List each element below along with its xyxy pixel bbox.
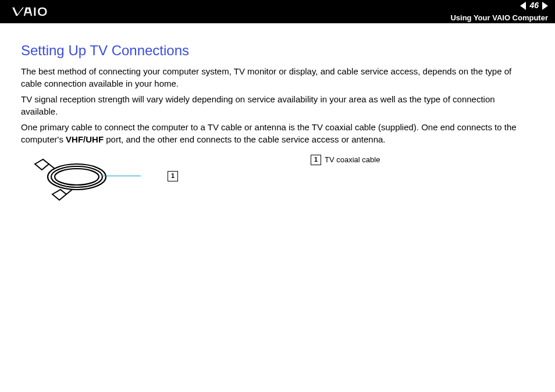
vhf-uhf-label: VHF/UHF	[66, 134, 104, 144]
callout-line	[101, 176, 141, 176]
paragraph-3: One primary cable to connect the compute…	[21, 121, 534, 145]
section-label: Using Your VAIO Computer	[450, 13, 548, 23]
paragraph-1: The best method of connecting your compu…	[21, 65, 534, 90]
svg-rect-0	[34, 8, 36, 16]
legend-number-box: 1	[311, 155, 321, 165]
diagram-row: 1 1 TV coaxial cable	[21, 156, 534, 205]
coax-cable-icon	[31, 156, 130, 202]
svg-point-3	[55, 169, 99, 185]
page-number: 46	[529, 0, 539, 12]
para3-part-c: port, and the other end connects to the …	[104, 134, 385, 144]
next-page-icon[interactable]	[542, 2, 548, 10]
svg-line-7	[66, 190, 72, 194]
page-nav: 46	[520, 0, 548, 12]
svg-marker-4	[35, 159, 49, 170]
page-header: 46 Using Your VAIO Computer	[0, 0, 555, 23]
coax-cable-illustration: 1	[31, 156, 159, 205]
legend-label: TV coaxial cable	[325, 155, 380, 165]
vaio-logo	[12, 0, 63, 23]
svg-marker-6	[52, 190, 66, 200]
callout-number-box: 1	[168, 171, 178, 181]
svg-line-5	[49, 164, 55, 169]
paragraph-2: TV signal reception strength will vary w…	[21, 93, 534, 117]
diagram-legend: 1 TV coaxial cable	[311, 155, 380, 165]
svg-point-1	[48, 164, 106, 190]
page-content: Setting Up TV Connections The best metho…	[0, 23, 555, 223]
svg-point-2	[51, 166, 102, 187]
prev-page-icon[interactable]	[520, 2, 526, 10]
page-title: Setting Up TV Connections	[21, 41, 534, 60]
